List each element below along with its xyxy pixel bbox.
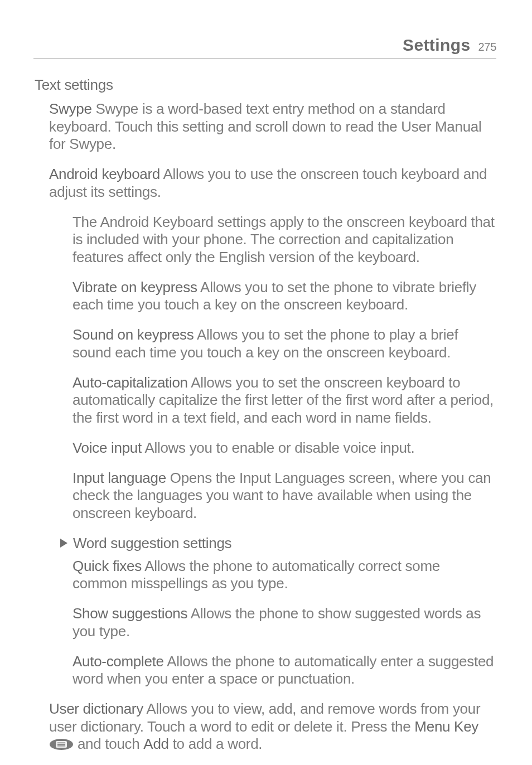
para-voice-input: Voice input Allows you to enable or disa…	[72, 439, 496, 457]
term-auto-complete: Auto-complete	[72, 653, 164, 670]
para-input-language: Input language Opens the Input Languages…	[72, 469, 496, 522]
seg-user-dictionary-2: and touch	[74, 735, 143, 752]
body-voice-input: Allows you to enable or disable voice in…	[142, 439, 414, 456]
svg-rect-2	[57, 743, 65, 744]
section-title: Settings	[403, 36, 471, 55]
term-autocap: Auto-capitalization	[72, 374, 188, 391]
term-user-dictionary: User dictionary	[49, 700, 143, 717]
triangle-bullet-icon	[60, 539, 67, 548]
term-show-suggestions: Show suggestions	[72, 605, 187, 622]
running-head: Settings 275	[33, 36, 496, 59]
term-add: Add	[143, 735, 168, 752]
term-sound: Sound on keypress	[72, 326, 194, 343]
seg-user-dictionary-3: to add a word.	[169, 735, 263, 752]
term-voice-input: Voice input	[72, 439, 142, 456]
para-android-keyboard-desc: The Android Keyboard settings apply to t…	[72, 214, 496, 267]
page-number: 275	[478, 41, 496, 54]
para-show-suggestions: Show suggestions Allows the phone to sho…	[72, 605, 496, 640]
para-android-keyboard: Android keyboard Allows you to use the o…	[49, 166, 496, 201]
body-swype: Swype is a word-based text entry method …	[49, 100, 481, 152]
para-sound: Sound on keypress Allows you to set the …	[72, 326, 496, 361]
svg-rect-4	[57, 745, 65, 747]
para-vibrate: Vibrate on keypress Allows you to set th…	[72, 279, 496, 314]
svg-rect-3	[57, 744, 65, 745]
heading-word-suggestion-label: Word suggestion settings	[73, 535, 231, 552]
page: Settings 275 Text settings Swype Swype i…	[0, 0, 532, 765]
term-input-language: Input language	[72, 469, 166, 486]
para-swype: Swype Swype is a word-based text entry m…	[49, 100, 496, 153]
para-user-dictionary: User dictionary Allows you to view, add,…	[49, 700, 496, 753]
term-vibrate: Vibrate on keypress	[72, 279, 197, 296]
menu-key-icon	[49, 737, 74, 749]
term-swype: Swype	[49, 100, 92, 117]
term-menu-key: Menu Key	[414, 718, 478, 735]
term-quick-fixes: Quick fixes	[72, 558, 142, 574]
para-auto-complete: Auto-complete Allows the phone to automa…	[72, 653, 496, 688]
para-autocap: Auto-capitalization Allows you to set th…	[72, 374, 496, 427]
heading-text-settings: Text settings	[35, 76, 496, 94]
heading-word-suggestion: Word suggestion settings	[60, 535, 496, 552]
term-android-keyboard: Android keyboard	[49, 166, 160, 182]
para-quick-fixes: Quick fixes Allows the phone to automati…	[72, 558, 496, 593]
